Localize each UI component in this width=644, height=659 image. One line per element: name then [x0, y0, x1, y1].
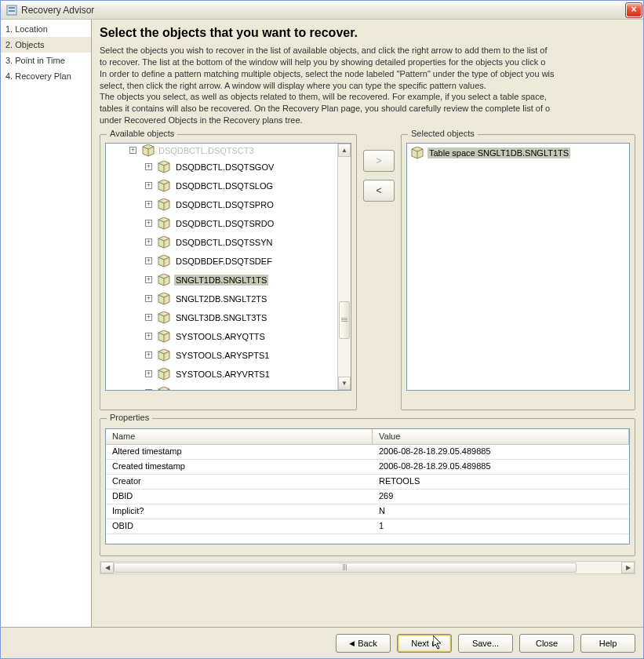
expander-icon[interactable]: +	[145, 351, 152, 359]
nav-recovery-plan[interactable]: 4. Recovery Plan	[1, 68, 91, 84]
property-row[interactable]: DBID269	[106, 490, 629, 504]
objects-row: Available objects +DSQDBCTL.DSQTSCT3+DSQ…	[100, 134, 635, 410]
tree-item[interactable]: +DSQDBDEF.DSQTSDEF	[106, 252, 337, 271]
scroll-left-button[interactable]: ◀	[100, 562, 114, 573]
property-row[interactable]: Created timestamp2006-08-28-18.29.05.489…	[106, 460, 629, 475]
available-scrollbar[interactable]: ▲ ▼	[337, 144, 351, 390]
next-button[interactable]: Next▶	[397, 634, 452, 653]
expander-icon[interactable]: +	[145, 276, 152, 283]
help-button[interactable]: Help	[580, 634, 635, 653]
tree-item-label: DSQDBCTL.DSQTSPRO	[174, 199, 275, 210]
prop-value: N	[373, 504, 629, 519]
property-row[interactable]: OBID1	[106, 519, 629, 534]
main-panel: Select the objects that you want to reco…	[92, 20, 643, 627]
tree-item-label: SYSTOOLS.ARYQTTS	[174, 331, 267, 342]
property-row[interactable]: Altered timestamp2006-08-28-18.29.05.489…	[106, 445, 629, 460]
property-row[interactable]: CreatorRETOOLS	[106, 475, 629, 490]
close-footer-button[interactable]: Close	[519, 634, 574, 653]
tablespace-icon	[157, 387, 171, 390]
tablespace-icon	[157, 236, 171, 249]
properties-table: Name Value Altered timestamp2006-08-28-1…	[105, 428, 630, 544]
property-row[interactable]: Implicit?N	[106, 504, 629, 519]
expander-icon[interactable]: +	[145, 220, 152, 227]
expander-icon[interactable]: +	[145, 389, 152, 390]
titlebar: Recovery Advisor ×	[1, 1, 643, 20]
tree-item-label: DSQDBCTL.DSQTSLOG	[174, 180, 275, 191]
tree-item[interactable]: +SYSTOOLS.ARYQTTS	[106, 327, 337, 346]
prop-value: 269	[373, 490, 629, 504]
tree-item-label: SNGLT3DB.SNGLT3TS	[174, 312, 268, 323]
next-arrow-icon: ▶	[432, 639, 438, 647]
nav-location[interactable]: 1. Location	[1, 21, 91, 37]
page-title: Select the objects that you want to reco…	[100, 26, 635, 40]
tablespace-icon	[157, 255, 171, 268]
properties-legend: Properties	[107, 413, 152, 422]
prop-value: 2006-08-28-18.29.05.489885	[373, 460, 629, 474]
prop-name: DBID	[106, 490, 373, 504]
available-legend: Available objects	[107, 129, 177, 138]
selected-objects-group: Selected objects Table space SNGLT1DB.SN…	[401, 134, 635, 410]
tree-item[interactable]: +DSQDBCTL.DSQTSGOV	[106, 158, 337, 177]
remove-button[interactable]: <	[363, 180, 395, 202]
prop-name: Altered timestamp	[106, 445, 373, 459]
tree-item[interactable]: +SNGLT2DB.SNGLT2TS	[106, 289, 337, 308]
scroll-right-button[interactable]: ▶	[621, 562, 635, 573]
available-objects-list[interactable]: +DSQDBCTL.DSQTSCT3+DSQDBCTL.DSQTSGOV+DSQ…	[105, 143, 351, 391]
scroll-up-button[interactable]: ▲	[338, 144, 351, 157]
expander-icon[interactable]: +	[145, 370, 152, 377]
hscroll-thumb[interactable]	[114, 563, 577, 573]
tree-item[interactable]: +DSQDBCTL.DSQTSCT3	[106, 144, 337, 158]
tree-item-label: DSQDBCTL.DSQTSCT3	[158, 146, 254, 155]
col-header-name[interactable]: Name	[106, 429, 373, 444]
tablespace-icon	[157, 349, 171, 362]
selected-item[interactable]: Table space SNGLT1DB.SNGLT1TS	[409, 145, 628, 161]
col-header-value[interactable]: Value	[373, 429, 629, 444]
prop-name: Implicit?	[106, 504, 373, 519]
expander-icon[interactable]: +	[145, 295, 152, 302]
selected-objects-list[interactable]: Table space SNGLT1DB.SNGLT1TS	[406, 143, 630, 391]
tree-item[interactable]: +SNGLT1DB.SNGLT1TS	[106, 271, 337, 289]
scroll-track[interactable]	[338, 157, 351, 377]
properties-header: Name Value	[106, 429, 629, 445]
tree-item[interactable]: +DSQDBCTL.DSQTSSYN	[106, 233, 337, 252]
tree-item-label: SYSTOOLS.ARYSPTS1	[174, 350, 271, 361]
expander-icon[interactable]: +	[129, 147, 136, 154]
expander-icon[interactable]: +	[145, 314, 152, 321]
tree-item[interactable]: +DSQDBCTL.DSQTSRDO	[106, 214, 337, 233]
tree-item[interactable]: +SYSTOOLS.ARYVRTS2	[106, 384, 337, 390]
prop-name: Created timestamp	[106, 460, 373, 474]
add-button[interactable]: >	[363, 150, 395, 172]
tree-item[interactable]: +SNGLT3DB.SNGLT3TS	[106, 308, 337, 327]
close-button[interactable]: ×	[626, 3, 642, 17]
tablespace-icon	[157, 180, 171, 192]
window: Recovery Advisor × 1. Location 2. Object…	[0, 0, 644, 659]
tree-item-label: DSQDBDEF.DSQTSDEF	[174, 256, 274, 267]
expander-icon[interactable]: +	[145, 257, 152, 264]
prop-value: 1	[373, 519, 629, 533]
expander-icon[interactable]: +	[145, 182, 152, 189]
tree-item[interactable]: +DSQDBCTL.DSQTSLOG	[106, 177, 337, 195]
tablespace-icon	[157, 198, 171, 211]
hscroll-track[interactable]	[114, 562, 621, 573]
prop-value: RETOOLS	[373, 475, 629, 489]
tree-item[interactable]: +DSQDBCTL.DSQTSPRO	[106, 195, 337, 214]
tree-item[interactable]: +SYSTOOLS.ARYVRTS1	[106, 365, 337, 384]
nav-point-in-time[interactable]: 3. Point in Time	[1, 53, 91, 68]
scroll-down-button[interactable]: ▼	[338, 377, 351, 390]
save-button[interactable]: Save...	[458, 634, 513, 653]
expander-icon[interactable]: +	[145, 163, 152, 170]
selected-legend: Selected objects	[408, 129, 478, 138]
expander-icon[interactable]: +	[145, 238, 152, 246]
tablespace-icon	[157, 217, 171, 230]
tree-item[interactable]: +SYSTOOLS.ARYSPTS1	[106, 346, 337, 365]
tree-item-label: SYSTOOLS.ARYVRTS1	[174, 369, 271, 380]
available-objects-group: Available objects +DSQDBCTL.DSQTSCT3+DSQ…	[100, 134, 357, 410]
scroll-thumb[interactable]	[339, 301, 350, 339]
expander-icon[interactable]: +	[145, 333, 152, 340]
horizontal-scrollbar[interactable]: ◀ ▶	[100, 561, 635, 574]
prop-value: 2006-08-28-18.29.05.489885	[373, 445, 629, 459]
nav-objects[interactable]: 2. Objects	[1, 37, 91, 53]
expander-icon[interactable]: +	[145, 201, 152, 208]
tablespace-icon	[157, 161, 171, 173]
back-button[interactable]: ◀Back	[336, 634, 391, 653]
